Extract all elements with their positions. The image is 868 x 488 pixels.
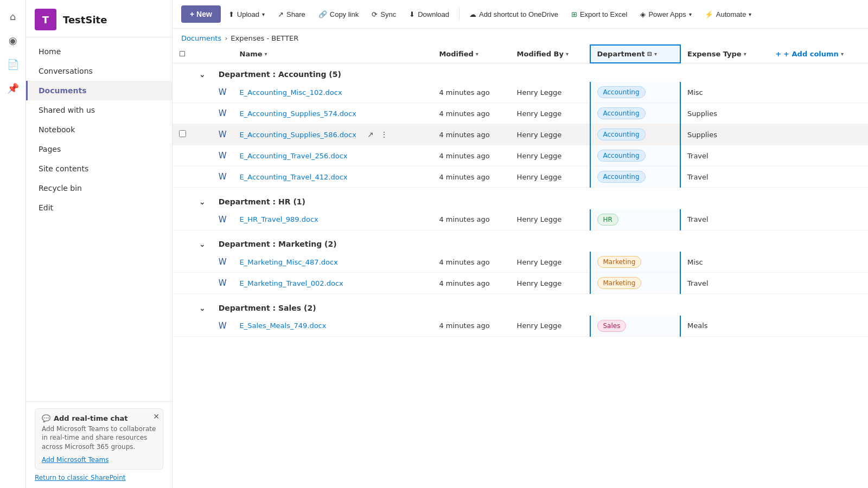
add-column-button[interactable]: + + Add column ▾	[775, 50, 861, 58]
row-department-cell[interactable]: Accounting	[590, 145, 681, 166]
row-checkbox[interactable]	[179, 130, 186, 137]
file-name-link[interactable]: E_Marketing_Travel_002.docx	[240, 279, 343, 287]
breadcrumb-parent[interactable]: Documents	[181, 34, 221, 42]
name-col-header[interactable]: Name ▾	[233, 45, 433, 63]
row-checkbox-cell[interactable]	[173, 124, 193, 145]
row-department-cell[interactable]: Accounting	[590, 82, 681, 103]
table-row[interactable]: W E_Marketing_Travel_002.docx 4 minutes …	[173, 273, 868, 294]
row-icon-cell: W	[212, 252, 233, 273]
download-button[interactable]: ⬇ Download	[404, 7, 455, 22]
copy-link-button[interactable]: 🔗 Copy link	[313, 7, 364, 22]
document-nav-icon[interactable]: 📄	[3, 54, 23, 74]
word-doc-icon: W	[219, 151, 227, 160]
department-badge[interactable]: Accounting	[597, 86, 646, 98]
sidebar-item-shared-with-us[interactable]: Shared with us	[26, 100, 172, 120]
row-department-cell[interactable]: Marketing	[590, 252, 681, 273]
toolbar-separator-1	[459, 8, 459, 21]
row-department-cell[interactable]: Sales	[590, 316, 681, 337]
add-column-header[interactable]: + + Add column ▾	[769, 45, 868, 63]
department-badge[interactable]: Accounting	[597, 129, 646, 140]
group-expand-cell[interactable]: ⌄	[193, 191, 212, 209]
automate-button[interactable]: ⚡ Automate ▾	[699, 7, 757, 22]
sidebar-item-edit[interactable]: Edit	[26, 198, 172, 217]
table-row[interactable]: W E_Accounting_Travel_256.docx 4 minutes…	[173, 145, 868, 166]
row-name-cell: E_Accounting_Supplies_586.docx ↗ ⋮	[233, 124, 433, 145]
file-name-link[interactable]: E_HR_Travel_989.docx	[240, 215, 318, 223]
table-row[interactable]: W E_HR_Travel_989.docx 4 minutes ago Hen…	[173, 209, 868, 230]
add-shortcut-button[interactable]: ☁ Add shortcut to OneDrive	[464, 7, 564, 22]
sidebar-footer: ✕ 💬 Add real-time chat Add Microsoft Tea…	[26, 401, 172, 488]
select-all-checkbox[interactable]: ☐	[179, 50, 186, 58]
department-badge[interactable]: Marketing	[597, 256, 642, 268]
row-checkbox-cell[interactable]	[173, 209, 193, 230]
row-more-actions-button[interactable]: ⋮	[378, 129, 390, 140]
row-department-cell[interactable]: Accounting	[590, 103, 681, 124]
pin-nav-icon[interactable]: 📌	[3, 78, 23, 98]
row-checkbox-cell[interactable]	[173, 166, 193, 188]
group-expand-cell[interactable]: ⌄	[193, 233, 212, 252]
add-teams-link[interactable]: Add Microsoft Teams	[42, 456, 156, 464]
file-name-link[interactable]: E_Accounting_Travel_412.docx	[240, 173, 348, 181]
group-label-text: Department : Marketing (2)	[219, 240, 337, 248]
file-name-link[interactable]: E_Accounting_Misc_102.docx	[240, 88, 342, 97]
row-department-cell[interactable]: HR	[590, 209, 681, 230]
department-badge[interactable]: Accounting	[597, 107, 646, 119]
breadcrumb: Documents › Expenses - BETTER	[173, 29, 868, 44]
row-modified-cell: 4 minutes ago	[432, 166, 510, 188]
table-row[interactable]: W E_Marketing_Misc_487.docx 4 minutes ag…	[173, 252, 868, 273]
file-name-link[interactable]: E_Sales_Meals_749.docx	[240, 322, 327, 330]
sidebar-item-notebook[interactable]: Notebook	[26, 120, 172, 139]
row-expense-type-cell: Travel	[680, 273, 769, 294]
department-badge[interactable]: HR	[597, 214, 618, 226]
sidebar-item-pages[interactable]: Pages	[26, 139, 172, 159]
checkbox-col-header[interactable]: ☐	[173, 45, 193, 63]
expense-type-col-header[interactable]: Expense Type ▾	[680, 45, 769, 63]
export-excel-button[interactable]: ⊞ Export to Excel	[566, 7, 633, 22]
new-button[interactable]: + New	[181, 5, 221, 23]
department-badge[interactable]: Accounting	[597, 171, 646, 183]
row-department-cell[interactable]: Accounting	[590, 166, 681, 188]
row-checkbox-cell[interactable]	[173, 273, 193, 294]
modified-by-col-header[interactable]: Modified By ▾	[510, 45, 590, 63]
table-row[interactable]: W E_Accounting_Supplies_586.docx ↗ ⋮ 4 m…	[173, 124, 868, 145]
chat-close-button[interactable]: ✕	[153, 412, 159, 421]
table-row[interactable]: W E_Accounting_Misc_102.docx 4 minutes a…	[173, 82, 868, 103]
file-name-link[interactable]: E_Accounting_Supplies_586.docx	[240, 131, 356, 139]
sidebar-item-home[interactable]: Home	[26, 42, 172, 61]
row-checkbox-cell[interactable]	[173, 145, 193, 166]
open-new-tab-button[interactable]: ↗	[365, 129, 376, 140]
share-button[interactable]: ↗ Share	[272, 7, 311, 22]
department-col-header[interactable]: Department ⊟ ▾	[590, 45, 681, 63]
sidebar-item-conversations[interactable]: Conversations	[26, 61, 172, 81]
group-expand-cell[interactable]: ⌄	[193, 63, 212, 82]
table-row[interactable]: W E_Accounting_Supplies_574.docx 4 minut…	[173, 103, 868, 124]
upload-button[interactable]: ⬆ Upload ▾	[223, 7, 270, 22]
group-expand-cell[interactable]: ⌄	[193, 297, 212, 316]
home-nav-icon[interactable]: ⌂	[3, 7, 23, 26]
icon-col-header	[212, 45, 233, 63]
department-badge[interactable]: Sales	[597, 320, 627, 332]
modified-col-header[interactable]: Modified ▾	[432, 45, 510, 63]
file-name-link[interactable]: E_Accounting_Travel_256.docx	[240, 152, 348, 160]
return-classic-link[interactable]: Return to classic SharePoint	[35, 474, 163, 481]
globe-nav-icon[interactable]: ◉	[3, 30, 23, 50]
file-name-link[interactable]: E_Accounting_Supplies_574.docx	[240, 110, 356, 118]
row-checkbox-cell[interactable]	[173, 316, 193, 337]
row-checkbox-cell[interactable]	[173, 103, 193, 124]
row-checkbox-cell[interactable]	[173, 82, 193, 103]
sidebar-item-documents[interactable]: Documents	[26, 81, 172, 100]
row-department-cell[interactable]: Marketing	[590, 273, 681, 294]
group-check-cell	[173, 233, 193, 252]
table-row[interactable]: W E_Accounting_Travel_412.docx 4 minutes…	[173, 166, 868, 188]
row-department-cell[interactable]: Accounting	[590, 124, 681, 145]
department-badge[interactable]: Marketing	[597, 277, 642, 289]
table-row[interactable]: W E_Sales_Meals_749.docx 4 minutes ago H…	[173, 316, 868, 337]
sidebar-item-site-contents[interactable]: Site contents	[26, 159, 172, 178]
sync-button[interactable]: ⟳ Sync	[366, 7, 401, 22]
file-name-link[interactable]: E_Marketing_Misc_487.docx	[240, 258, 338, 266]
group-spacer	[173, 336, 868, 339]
power-apps-button[interactable]: ◈ Power Apps ▾	[635, 7, 697, 22]
department-badge[interactable]: Accounting	[597, 150, 646, 162]
row-checkbox-cell[interactable]	[173, 252, 193, 273]
sidebar-item-recycle-bin[interactable]: Recycle bin	[26, 178, 172, 198]
